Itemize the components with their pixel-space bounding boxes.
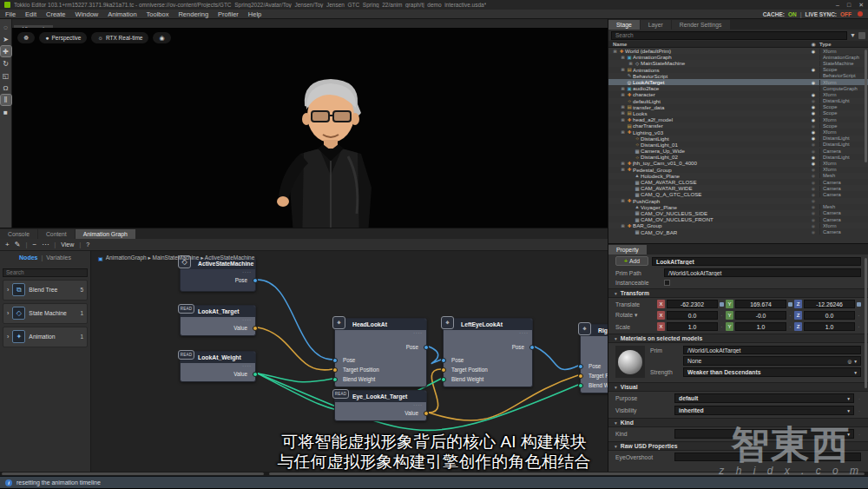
stop-button-icon[interactable]: ■: [1, 107, 11, 117]
tree-row[interactable]: ▦CAM_Q_A_GTC_CLOSE◉Camera: [608, 191, 868, 197]
visibility-eye-icon[interactable]: ◉: [807, 142, 819, 147]
tab-variables[interactable]: Variables: [46, 254, 71, 261]
visibility-eye-icon[interactable]: ◉: [807, 117, 819, 122]
section-materials[interactable]: ▾Materials on selected models: [608, 334, 868, 343]
tree-row[interactable]: ▤charTransfer◉Scope: [608, 122, 868, 129]
remove-node-button[interactable]: −: [32, 241, 36, 248]
visibility-eye-icon[interactable]: ◉: [807, 110, 819, 116]
tab-stage[interactable]: Stage: [608, 20, 640, 30]
visibility-eye-icon[interactable]: ◉: [807, 217, 819, 222]
more-options-button[interactable]: ⋯: [42, 241, 49, 248]
viewport-3d[interactable]: ☸ ●Perspective ☼RTX Real-time ◉: [12, 28, 608, 228]
tree-row[interactable]: ☼DistantLight◉DistantLight: [608, 135, 868, 142]
menu-profiler[interactable]: Profiler: [218, 10, 239, 18]
tree-row[interactable]: ⊞▣AnimationGraphAnimationGraph: [608, 54, 868, 60]
rotate-z-field[interactable]: 0.0: [804, 311, 855, 320]
tree-row[interactable]: ⊞✚jhh_toy_Cam_v01_0_4000◉Xform: [608, 160, 868, 166]
menu-rendering[interactable]: Rendering: [178, 10, 208, 18]
input-port[interactable]: [578, 383, 583, 388]
visibility-eye-icon[interactable]: ◉: [807, 98, 819, 103]
output-port[interactable]: [253, 326, 258, 331]
material-prim-field[interactable]: /World/LookAtTarget: [683, 346, 861, 354]
input-port[interactable]: [578, 364, 583, 369]
tab-nodes[interactable]: Nodes: [19, 254, 37, 261]
expand-arrow-icon[interactable]: ›: [7, 287, 9, 293]
expand-arrow-icon[interactable]: ›: [7, 334, 9, 340]
visibility-eye-icon[interactable]: ◉: [807, 123, 819, 129]
section-raw-usd[interactable]: ▾Raw USD Properties: [608, 441, 868, 451]
graph-node-left[interactable]: ⌖LeftEyeLookAt····PosePoseTarget Positio…: [443, 318, 533, 387]
snap-tool-icon[interactable]: Ω: [1, 83, 11, 93]
visibility-eye-icon[interactable]: ◉: [807, 104, 819, 109]
viewport-settings-button[interactable]: ☸: [17, 32, 35, 43]
tree-row[interactable]: ⊞✚Lighting_v03◉Xform: [608, 129, 868, 135]
stage-scrollbar[interactable]: [865, 50, 867, 162]
graph-breadcrumb[interactable]: ▣AnimationGraph ▸ MainStateMachine ▸ Act…: [98, 254, 254, 261]
prim-name-field[interactable]: LookAtTarget: [652, 257, 861, 266]
scale-y-field[interactable]: 1.0: [735, 322, 786, 331]
visibility-eye-icon[interactable]: ◉: [807, 192, 819, 197]
visibility-dropdown[interactable]: inherited▾: [674, 406, 854, 415]
purpose-dropdown[interactable]: default▾: [674, 393, 854, 403]
stage-options-button[interactable]: [858, 32, 865, 39]
tab-animation-graph[interactable]: Animation Graph: [76, 229, 135, 239]
node-library-item[interactable]: ›◇State Machine1: [3, 303, 88, 324]
graph-node-eyet[interactable]: READEye_LookAt_Target····Value: [334, 390, 427, 421]
move-tool-icon[interactable]: ✚: [1, 46, 11, 56]
tab-render-settings[interactable]: Render Settings: [672, 20, 730, 30]
visibility-eye-icon[interactable]: ◉: [807, 67, 819, 72]
menu-create[interactable]: Create: [46, 10, 66, 18]
renderer-selector[interactable]: ☼RTX Real-time: [91, 32, 148, 43]
node-library-item[interactable]: ›⧉Blend Tree5: [3, 280, 88, 301]
visibility-menu-button[interactable]: ◉: [153, 32, 170, 43]
visibility-eye-icon[interactable]: ◉: [807, 167, 819, 172]
tree-row[interactable]: ⊞✚BAR_Group◉Xform: [608, 222, 868, 228]
eyeovershoot-field[interactable]: [674, 453, 861, 461]
add-property-button[interactable]: +Add: [615, 256, 648, 266]
menu-help[interactable]: Help: [248, 10, 261, 18]
tree-row[interactable]: ⊞▤Looks◉Scope: [608, 110, 868, 116]
node-library-item[interactable]: ›✦Animation1: [3, 327, 88, 347]
section-visual[interactable]: ▾Visual: [608, 382, 868, 392]
visibility-eye-icon[interactable]: ◉: [807, 155, 819, 160]
input-port[interactable]: [332, 358, 338, 363]
tree-row[interactable]: ▦CAM_AVATAR_WIDE◉Camera: [608, 185, 868, 191]
visibility-eye-icon[interactable]: ◉: [807, 92, 819, 97]
tree-row[interactable]: ▲Voyager_Plane◉Mesh: [608, 204, 868, 210]
tree-row[interactable]: ☼defaultLight◉DistantLight: [608, 98, 868, 104]
tab-property[interactable]: Property: [608, 245, 647, 254]
tree-row[interactable]: ⊞◇MainStateMachineStateMachine: [608, 60, 868, 66]
output-port[interactable]: [424, 345, 429, 350]
property-scrollbar[interactable]: [865, 258, 867, 388]
link-toggle[interactable]: [788, 302, 792, 307]
visibility-eye-icon[interactable]: ◉: [807, 180, 819, 185]
graph-node-lat[interactable]: READLookAt_Target····Value: [180, 305, 256, 336]
visibility-eye-icon[interactable]: ◉: [807, 80, 819, 85]
rotate-y-field[interactable]: -0.0: [735, 311, 786, 320]
camera-selector[interactable]: ●Perspective: [39, 32, 87, 43]
menu-animation[interactable]: Animation: [108, 10, 136, 18]
rotate-tool-icon[interactable]: ↻: [1, 58, 11, 69]
visibility-eye-icon[interactable]: ◉: [807, 161, 819, 166]
visibility-eye-icon[interactable]: ◉: [807, 135, 819, 141]
graph-node-right[interactable]: ⌖RightEyeLookAt····PosePoseTarget Positi…: [580, 324, 608, 393]
visibility-eye-icon[interactable]: ◉: [807, 210, 819, 215]
edit-graph-button[interactable]: ✎: [15, 241, 21, 248]
graph-node-asm[interactable]: ◇ActiveStateMachine····Pose: [180, 257, 256, 292]
minimize-button[interactable]: –: [836, 2, 839, 9]
node-search-input[interactable]: [3, 268, 88, 277]
graph-hscrollbar[interactable]: [2, 472, 264, 475]
visibility-eye-icon[interactable]: ◉: [807, 204, 819, 209]
tree-row[interactable]: ⊞✚World (defaultPrim)◉Xform: [608, 48, 868, 54]
output-port[interactable]: [529, 345, 535, 350]
view-menu-button[interactable]: View: [61, 241, 74, 248]
tree-row[interactable]: ▦CAM_OV_BAR◉Camera: [608, 228, 868, 235]
kind-dropdown[interactable]: ▾: [674, 429, 854, 439]
tree-row[interactable]: ◎LookAtTarget◉Xform: [608, 79, 868, 85]
tree-row[interactable]: ⊞✚character◉Xform: [608, 91, 868, 97]
visibility-eye-icon[interactable]: ◉: [807, 186, 819, 191]
input-port[interactable]: [441, 367, 446, 373]
link-toggle[interactable]: [720, 302, 724, 307]
tree-row[interactable]: ▦Camera_Up_Wide◉Camera: [608, 148, 868, 154]
visibility-eye-icon[interactable]: ◉: [807, 149, 819, 154]
